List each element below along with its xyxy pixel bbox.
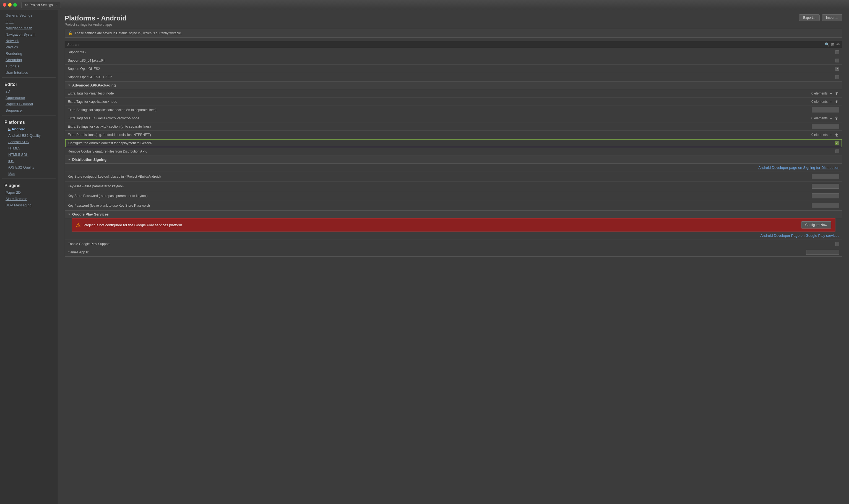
checkbox-support-opengl-es31[interactable] — [835, 75, 839, 79]
add-button[interactable]: + — [829, 133, 833, 137]
text-input-field[interactable] — [812, 107, 839, 112]
content-header: Platforms - Android Project settings for… — [58, 10, 849, 29]
table-row: Extra Settings for <application> section… — [65, 106, 842, 114]
maximize-traffic-light[interactable] — [13, 3, 17, 7]
gps-section-arrow[interactable]: ▼ — [68, 213, 70, 216]
delete-button[interactable]: 🗑 — [834, 100, 839, 104]
sidebar-item-navigation-system[interactable]: Navigation System — [0, 31, 58, 38]
sidebar-item-paper-2d[interactable]: Paper 2D — [0, 189, 58, 196]
apk-section-title: Advanced APKPackaging — [72, 83, 116, 87]
settings-tab[interactable]: ⚙ Project Settings × — [21, 2, 61, 8]
sidebar-item-slate-remote[interactable]: Slate Remote — [0, 196, 58, 202]
sidebar-item-navigation-mesh[interactable]: Navigation Mesh — [0, 25, 58, 31]
row-value — [835, 149, 839, 154]
sidebar-item-android[interactable]: ▶ Android — [0, 126, 58, 132]
checkbox-gearvr[interactable] — [835, 141, 839, 145]
table-row: Key Alias (-alias parameter to keytool) — [65, 182, 842, 191]
sidebar-item-paper2d-import[interactable]: Paper2D - Import — [0, 101, 58, 107]
sidebar-item-android-sdk[interactable]: Android SDK — [0, 139, 58, 145]
delete-button[interactable]: 🗑 — [834, 91, 839, 96]
editor-section-label: Editor — [0, 79, 58, 88]
count-badge: 0 elements — [811, 91, 828, 95]
sidebar-item-tutorials[interactable]: Tutorials — [0, 63, 58, 69]
sidebar-item-network[interactable]: Network — [0, 38, 58, 44]
notice-text: These settings are saved in DefaultEngin… — [75, 31, 182, 35]
sidebar-item-ios[interactable]: iOS — [0, 158, 58, 164]
gearvr-manifest-row: Configure the AndroidManifest for deploy… — [65, 139, 842, 147]
delete-button[interactable]: 🗑 — [834, 133, 839, 137]
row-label: Extra Tags for <manifest> node — [68, 91, 811, 95]
search-icon[interactable]: 🔍 — [825, 42, 829, 47]
import-button[interactable]: Import... — [822, 14, 842, 21]
gps-section: ▼ Google Play Services ⚠ Project is not … — [65, 211, 842, 257]
row-label: Key Store (output of keytool, placed in … — [68, 175, 812, 179]
keyalias-input[interactable] — [812, 184, 839, 189]
sidebar-item-html5[interactable]: HTML5 — [0, 145, 58, 151]
search-input[interactable] — [67, 42, 823, 47]
sidebar-item-streaming[interactable]: Streaming — [0, 57, 58, 63]
tab-close-button[interactable]: × — [56, 3, 57, 7]
row-value — [812, 107, 839, 112]
export-button[interactable]: Export... — [799, 14, 820, 21]
delete-button[interactable]: 🗑 — [834, 116, 839, 121]
checkbox-enable-gps[interactable] — [835, 242, 839, 246]
apk-section: ▼ Advanced APKPackaging Extra Tags for <… — [65, 82, 842, 156]
row-label: Extra Permissions (e.g. 'android.permiss… — [68, 133, 811, 137]
sidebar-item-user-interface[interactable]: User Interface — [0, 69, 58, 76]
checkbox-remove-oculus[interactable] — [835, 149, 839, 154]
close-traffic-light[interactable] — [3, 3, 6, 7]
tab-label: Project Settings — [30, 3, 53, 7]
dist-signing-link[interactable]: Android Developer page on Signing for Di… — [758, 165, 839, 170]
key-password-input[interactable] — [812, 203, 839, 208]
add-button[interactable]: + — [829, 100, 833, 104]
keystore-input[interactable] — [812, 174, 839, 179]
sidebar-item-general-settings[interactable]: General Settings — [0, 12, 58, 19]
games-app-id-input[interactable] — [806, 250, 839, 255]
gps-developer-link[interactable]: Android Developer Page on Google Play se… — [761, 233, 839, 238]
sidebar-item-appearance[interactable]: Appearance — [0, 94, 58, 101]
row-value — [835, 50, 839, 54]
sidebar-item-2d[interactable]: 2D — [0, 88, 58, 94]
table-row: Extra Settings for <activity> section (\… — [65, 122, 842, 131]
checkbox-support-x86[interactable] — [835, 50, 839, 54]
sidebar-item-udp-messaging[interactable]: UDP Messaging — [0, 202, 58, 208]
dist-section: ▼ Distribution Signing Android Developer… — [65, 156, 842, 211]
row-value — [835, 75, 839, 79]
gps-section-header: ▼ Google Play Services — [65, 211, 842, 218]
text-input-field[interactable] — [812, 124, 839, 129]
grid-view-icon[interactable]: ⊞ — [831, 42, 834, 47]
table-row: Enable Google Play Support — [65, 240, 842, 248]
count-badge: 0 elements — [811, 133, 828, 137]
configure-now-button[interactable]: Configure Now — [801, 221, 831, 229]
add-button[interactable]: + — [829, 116, 833, 121]
notice-banner: 🔒 These settings are saved in DefaultEng… — [65, 29, 842, 38]
checkbox-support-x64[interactable] — [835, 58, 839, 62]
minimize-traffic-light[interactable] — [8, 3, 12, 7]
sidebar-item-input[interactable]: Input — [0, 19, 58, 25]
gps-section-title: Google Play Services — [72, 212, 109, 216]
sidebar-item-mac[interactable]: Mac — [0, 170, 58, 177]
checkbox-support-opengl-es2[interactable] — [835, 67, 839, 71]
sidebar-item-html5-sdk[interactable]: HTML5 SDK — [0, 151, 58, 158]
eye-icon[interactable]: 👁 — [836, 42, 840, 47]
dist-section-arrow[interactable]: ▼ — [68, 158, 70, 161]
traffic-lights — [3, 3, 17, 7]
row-label: Support OpenGL ES31 + AEP — [68, 75, 835, 79]
apk-section-arrow[interactable]: ▼ — [68, 84, 70, 87]
sidebar-item-rendering[interactable]: Rendering — [0, 50, 58, 57]
row-label: Support x86_64 [aka x64] — [68, 58, 835, 62]
sidebar-item-android-es2-quality[interactable]: Android ES2 Quality — [0, 132, 58, 139]
gps-link-row: Android Developer Page on Google Play se… — [65, 232, 842, 240]
row-value — [812, 203, 839, 208]
sidebar-item-physics[interactable]: Physics — [0, 44, 58, 50]
add-button[interactable]: + — [829, 91, 833, 96]
table-row: Extra Tags for UE4.GameActivity <activit… — [65, 114, 842, 122]
plugins-section-label: Plugins — [0, 180, 58, 189]
row-value — [835, 141, 839, 145]
row-label: Remove Oculus Signature Files from Distr… — [68, 149, 835, 154]
sidebar-item-sequencer[interactable]: Sequencer — [0, 107, 58, 113]
table-row: Support x86 — [65, 48, 842, 56]
keystore-password-input[interactable] — [812, 194, 839, 198]
sidebar-item-ios-es2-quality[interactable]: iOS ES2 Quality — [0, 164, 58, 170]
gear-icon: ⚙ — [25, 3, 28, 7]
